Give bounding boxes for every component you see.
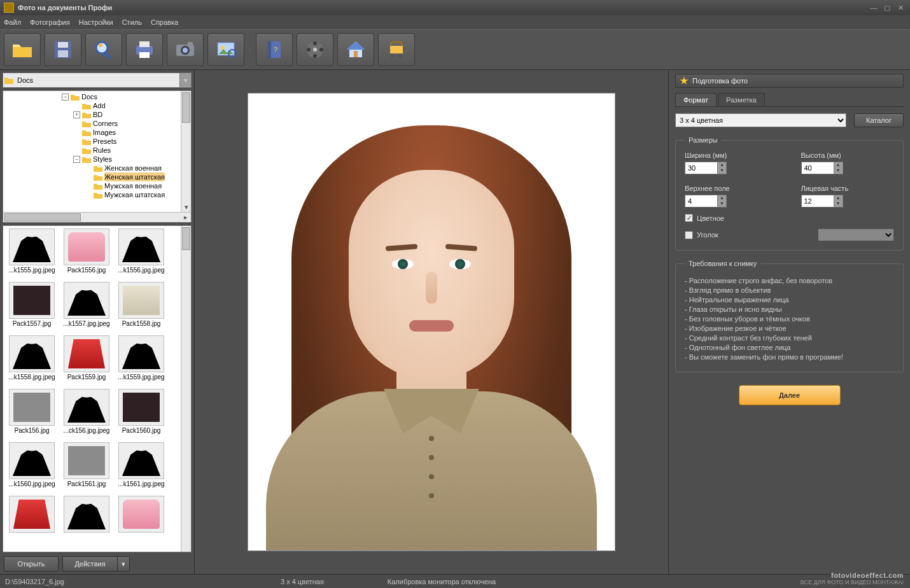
- watermark: fotovideoeffect.com ВСЕ ДЛЯ ФОТО И ВИДЕО…: [801, 571, 904, 585]
- tree-node[interactable]: Images: [93, 128, 116, 137]
- path-input[interactable]: [15, 73, 179, 87]
- tree-node[interactable]: Styles: [93, 155, 112, 164]
- tree-node[interactable]: Corners: [93, 119, 118, 128]
- requirement-item: Однотонный фон светлее лица: [685, 344, 894, 351]
- menu-photo[interactable]: Фотография: [30, 18, 70, 26]
- tab-format[interactable]: Формат: [675, 93, 717, 106]
- requirement-item: Глаза открыты и ясно видны: [685, 305, 894, 313]
- spinner-icon[interactable]: ▲▼: [718, 162, 727, 174]
- status-file: D:\59403217_6.jpg: [5, 578, 90, 585]
- checkbox-color[interactable]: ✓: [685, 214, 693, 222]
- checkbox-corner[interactable]: [685, 231, 693, 239]
- menu-settings[interactable]: Настройки: [79, 18, 113, 26]
- open-folder-icon[interactable]: [4, 33, 41, 66]
- list-item[interactable]: ...k1560.jpg.jpeg: [7, 442, 57, 493]
- tree-node[interactable]: BD: [93, 110, 102, 119]
- menu-style[interactable]: Стиль: [122, 18, 142, 26]
- panel-header: Подготовка фото: [675, 74, 904, 88]
- list-item[interactable]: Pack1559.jpg: [62, 335, 111, 386]
- scrollbar-horizontal[interactable]: ◂▸: [3, 212, 191, 222]
- requirement-item: Вы сможете заменить фон прямо в программ…: [685, 353, 894, 361]
- left-panel: ▾ −Docs Add +BD Corners Images Presets R…: [0, 70, 195, 574]
- svg-point-27: [391, 54, 395, 58]
- list-item[interactable]: [7, 496, 57, 547]
- list-item[interactable]: ...k1559.jpg.jpeg: [116, 335, 166, 386]
- thumbnail-caption: ...k1555.jpg.jpeg: [8, 267, 55, 274]
- format-select[interactable]: 3 x 4 цветная: [675, 113, 846, 127]
- catalog-button[interactable]: Каталог: [854, 113, 904, 127]
- status-bar: D:\59403217_6.jpg 3 x 4 цветная Калибров…: [0, 574, 910, 588]
- scrollbar-vertical[interactable]: [181, 226, 191, 552]
- minimize-icon[interactable]: —: [868, 4, 879, 11]
- list-item[interactable]: Pack1557.jpg: [7, 282, 57, 333]
- scrollbar-vertical[interactable]: ▴▾: [181, 91, 191, 212]
- zoom-icon[interactable]: [85, 33, 122, 66]
- list-item[interactable]: Pack1560.jpg: [116, 389, 166, 440]
- actions-button[interactable]: Действия: [62, 556, 117, 571]
- tree-node[interactable]: Docs: [81, 92, 97, 101]
- thumbnail-caption: Pack1558.jpg: [122, 320, 161, 327]
- menu-file[interactable]: Файл: [4, 18, 21, 26]
- spinner-icon[interactable]: ▲▼: [834, 195, 843, 207]
- svg-point-14: [221, 46, 225, 50]
- spinner-icon[interactable]: ▲▼: [718, 195, 727, 207]
- actions-dropdown-icon[interactable]: ▾: [117, 556, 130, 571]
- close-icon[interactable]: ✕: [895, 4, 906, 12]
- width-input[interactable]: [685, 162, 718, 174]
- tree-node-selected[interactable]: Женская штатская: [104, 172, 165, 181]
- spinner-icon[interactable]: ▲▼: [834, 162, 843, 174]
- list-item[interactable]: ...k1556.jpg.jpeg: [116, 228, 166, 279]
- help-book-icon[interactable]: ?: [256, 33, 293, 66]
- list-item[interactable]: Pack1558.jpg: [116, 282, 166, 333]
- chevron-down-icon[interactable]: ▾: [179, 73, 191, 87]
- home-icon[interactable]: [337, 33, 374, 66]
- folder-tree[interactable]: −Docs Add +BD Corners Images Presets Rul…: [3, 90, 192, 223]
- tree-node[interactable]: Женская военная: [104, 164, 162, 172]
- tree-node[interactable]: Rules: [93, 146, 111, 155]
- print-icon[interactable]: [126, 33, 163, 66]
- thumbnail-caption: ...k1557.jpg.jpeg: [63, 320, 109, 327]
- list-item[interactable]: ...k1555.jpg.jpeg: [7, 228, 57, 279]
- right-panel: Подготовка фото Формат Разметка 3 x 4 цв…: [668, 70, 910, 574]
- requirements-fieldset: Требования к снимку Расположение строго …: [675, 260, 904, 372]
- list-item[interactable]: Pack1556.jpg: [62, 228, 111, 279]
- list-item[interactable]: [62, 496, 111, 547]
- maximize-icon[interactable]: ▢: [881, 4, 893, 12]
- tree-node[interactable]: Add: [93, 101, 106, 110]
- tree-node[interactable]: Мужская военная: [104, 181, 162, 190]
- image-adjust-icon[interactable]: [207, 33, 244, 66]
- next-button[interactable]: Далее: [739, 385, 841, 405]
- requirement-item: Без головных уборов и тёмных очков: [685, 315, 894, 323]
- menu-help[interactable]: Справка: [151, 18, 178, 26]
- save-icon[interactable]: [45, 33, 81, 66]
- photo-canvas: [195, 70, 668, 574]
- tree-node[interactable]: Мужская штатская: [104, 190, 165, 199]
- tree-node[interactable]: Presets: [93, 137, 116, 146]
- thumbnail-caption: Pack156.jpg: [14, 427, 49, 434]
- svg-rect-2: [58, 50, 68, 57]
- requirement-item: Нейтральное выражение лица: [685, 296, 894, 304]
- film-reel-icon[interactable]: [297, 33, 333, 66]
- open-button[interactable]: Открыть: [4, 556, 59, 571]
- svg-rect-26: [390, 46, 403, 53]
- thumbnail-grid[interactable]: ...k1555.jpg.jpegPack1556.jpg...k1556.jp…: [3, 225, 192, 552]
- list-item[interactable]: ...ck156.jpg.jpeg: [62, 389, 111, 440]
- camera-icon[interactable]: [167, 33, 204, 66]
- face-part-input[interactable]: [801, 195, 834, 207]
- list-item[interactable]: ...k1557.jpg.jpeg: [62, 282, 111, 333]
- list-item[interactable]: ...k1558.jpg.jpeg: [7, 335, 57, 386]
- list-item[interactable]: Pack1561.jpg: [62, 442, 111, 493]
- top-field-input[interactable]: [685, 195, 718, 207]
- list-item[interactable]: [116, 496, 166, 547]
- thumbnail-caption: ...k1559.jpg.jpeg: [118, 374, 164, 381]
- height-label: Высота (мм): [801, 151, 895, 159]
- portrait-photo[interactable]: [248, 93, 615, 551]
- tab-markup[interactable]: Разметка: [718, 93, 765, 106]
- list-item[interactable]: ...k1561.jpg.jpeg: [116, 442, 166, 493]
- svg-rect-12: [188, 42, 193, 45]
- height-input[interactable]: [801, 162, 834, 174]
- corner-select[interactable]: [818, 228, 894, 241]
- cart-icon[interactable]: [378, 33, 415, 66]
- path-combo[interactable]: ▾: [3, 73, 192, 88]
- list-item[interactable]: Pack156.jpg: [7, 389, 57, 440]
